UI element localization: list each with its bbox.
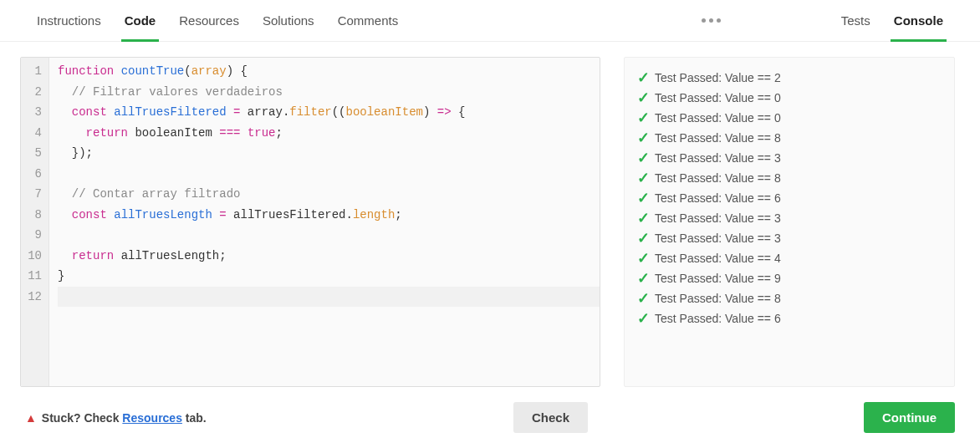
test-result: ✓Test Passed: Value == 3 (636, 228, 942, 248)
code-line[interactable] (58, 164, 600, 185)
test-result-text: Test Passed: Value == 4 (655, 252, 781, 265)
code-line[interactable] (58, 225, 600, 246)
test-result: ✓Test Passed: Value == 3 (636, 148, 942, 168)
more-menu-icon[interactable] (702, 18, 721, 23)
test-result-text: Test Passed: Value == 3 (655, 211, 781, 225)
tab-resources[interactable]: Resources (167, 0, 251, 41)
check-icon: ✓ (636, 309, 650, 328)
line-number: 5 (21, 143, 48, 164)
test-result-text: Test Passed: Value == 8 (655, 131, 781, 145)
code-line[interactable]: // Filtrar valores verdadeiros (58, 82, 600, 103)
line-number: 7 (21, 184, 48, 205)
code-line[interactable]: return booleanItem === true; (58, 123, 600, 144)
line-number: 11 (21, 266, 48, 287)
code-line[interactable]: const allTruesLength = allTruesFiltered.… (58, 205, 600, 226)
test-result: ✓Test Passed: Value == 4 (636, 248, 942, 268)
test-result: ✓Test Passed: Value == 6 (636, 188, 942, 208)
test-result-text: Test Passed: Value == 6 (655, 312, 781, 325)
test-result-text: Test Passed: Value == 3 (655, 232, 781, 245)
test-result: ✓Test Passed: Value == 3 (636, 208, 942, 228)
stuck-prefix: Stuck? Check (42, 411, 122, 425)
editor-gutter: 123456789101112 (21, 58, 49, 386)
code-line[interactable]: }); (58, 143, 600, 164)
check-icon: ✓ (636, 129, 650, 147)
code-line[interactable]: const allTruesFiltered = array.filter((b… (58, 102, 600, 123)
tab-comments[interactable]: Comments (326, 0, 411, 41)
test-result: ✓Test Passed: Value == 0 (636, 88, 942, 108)
code-line[interactable]: function countTrue(array) { (58, 61, 600, 82)
test-result: ✓Test Passed: Value == 2 (636, 68, 942, 88)
test-result: ✓Test Passed: Value == 8 (636, 128, 942, 148)
line-number: 3 (21, 102, 48, 123)
code-line[interactable]: } (58, 266, 600, 287)
line-number: 6 (21, 164, 48, 185)
resources-link[interactable]: Resources (122, 411, 182, 425)
tabs-right: TestsConsole (829, 0, 955, 41)
check-icon: ✓ (636, 189, 650, 207)
check-icon: ✓ (636, 269, 650, 288)
stuck-suffix: tab. (182, 411, 207, 425)
line-number: 9 (21, 225, 48, 246)
check-icon: ✓ (636, 289, 650, 308)
line-number: 8 (21, 205, 48, 226)
line-number: 1 (21, 61, 48, 82)
tabs-row: InstructionsCodeResourcesSolutionsCommen… (0, 0, 980, 42)
tab-solutions[interactable]: Solutions (251, 0, 326, 41)
code-line[interactable]: return allTruesLength; (58, 246, 600, 267)
tab-tests[interactable]: Tests (829, 0, 882, 41)
line-number: 10 (21, 246, 48, 267)
line-number: 2 (21, 82, 48, 103)
check-button[interactable]: Check (513, 402, 588, 433)
test-result: ✓Test Passed: Value == 0 (636, 108, 942, 128)
test-result-text: Test Passed: Value == 2 (655, 71, 781, 84)
warning-icon: ▲ (25, 411, 37, 425)
test-result-text: Test Passed: Value == 6 (655, 191, 781, 205)
tabs-left: InstructionsCodeResourcesSolutionsCommen… (25, 0, 410, 41)
check-icon: ✓ (636, 209, 650, 227)
check-icon: ✓ (636, 69, 650, 87)
tab-code[interactable]: Code (113, 0, 168, 41)
tab-instructions[interactable]: Instructions (25, 0, 113, 41)
test-result: ✓Test Passed: Value == 6 (636, 308, 942, 328)
test-result-text: Test Passed: Value == 3 (655, 151, 781, 165)
test-result: ✓Test Passed: Value == 8 (636, 288, 942, 308)
check-icon: ✓ (636, 89, 650, 107)
test-result-text: Test Passed: Value == 8 (655, 292, 781, 305)
editor-code[interactable]: function countTrue(array) { // Filtrar v… (49, 58, 600, 386)
test-result-text: Test Passed: Value == 0 (655, 91, 781, 104)
line-number: 4 (21, 123, 48, 144)
code-line[interactable] (58, 287, 600, 308)
code-editor[interactable]: 123456789101112 function countTrue(array… (20, 57, 600, 387)
test-result-text: Test Passed: Value == 0 (655, 111, 781, 125)
check-icon: ✓ (636, 229, 650, 247)
check-icon: ✓ (636, 169, 650, 187)
check-icon: ✓ (636, 149, 650, 167)
test-result: ✓Test Passed: Value == 8 (636, 168, 942, 188)
tab-console[interactable]: Console (882, 0, 955, 41)
code-line[interactable]: // Contar array filtrado (58, 184, 600, 205)
test-result: ✓Test Passed: Value == 9 (636, 268, 942, 288)
console-output: ✓Test Passed: Value == 2✓Test Passed: Va… (624, 57, 955, 387)
continue-button[interactable]: Continue (864, 402, 955, 433)
check-icon: ✓ (636, 249, 650, 267)
stuck-hint: ▲ Stuck? Check Resources tab. (25, 411, 207, 425)
test-result-text: Test Passed: Value == 8 (655, 171, 781, 185)
check-icon: ✓ (636, 109, 650, 127)
line-number: 12 (21, 287, 48, 308)
test-result-text: Test Passed: Value == 9 (655, 272, 781, 285)
